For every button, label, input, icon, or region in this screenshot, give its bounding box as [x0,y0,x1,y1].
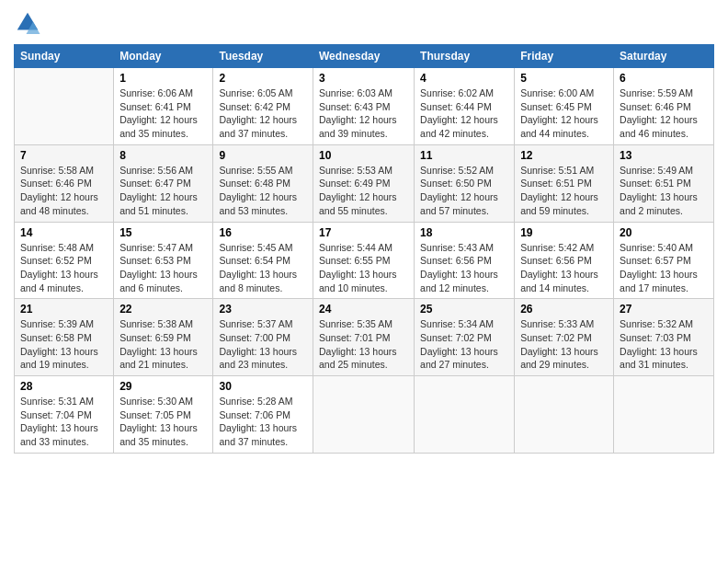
calendar-cell: 25Sunrise: 5:34 AMSunset: 7:02 PMDayligh… [415,299,515,376]
daylight-text-line1: Daylight: 13 hours [620,346,698,357]
sunrise-text: Sunrise: 5:52 AM [420,165,494,176]
day-number: 10 [319,149,408,162]
day-info: Sunrise: 5:33 AMSunset: 7:02 PMDaylight:… [520,317,608,372]
day-info: Sunrise: 5:47 AMSunset: 6:53 PMDaylight:… [119,241,207,295]
day-number: 17 [319,226,408,239]
day-number: 19 [520,226,608,239]
daylight-text-line1: Daylight: 13 hours [119,346,198,357]
calendar-cell: 15Sunrise: 5:47 AMSunset: 6:53 PMDayligh… [114,222,213,299]
day-number: 23 [219,303,307,316]
sunrise-text: Sunrise: 6:06 AM [119,87,193,98]
calendar-cell: 26Sunrise: 5:33 AMSunset: 7:02 PMDayligh… [515,299,614,376]
calendar-cell: 10Sunrise: 5:53 AMSunset: 6:49 PMDayligh… [313,144,414,222]
daylight-text-line1: Daylight: 12 hours [620,114,698,125]
daylight-text-line1: Daylight: 12 hours [420,114,498,125]
sunset-text: Sunset: 7:05 PM [119,409,191,420]
calendar-cell: 1Sunrise: 6:06 AMSunset: 6:41 PMDaylight… [114,68,213,145]
sunrise-text: Sunrise: 5:59 AM [620,87,693,98]
sunset-text: Sunset: 6:52 PM [20,255,92,266]
sunset-text: Sunset: 6:55 PM [319,255,391,266]
calendar-cell: 3Sunrise: 6:03 AMSunset: 6:43 PMDaylight… [313,68,414,145]
weekday-header: Thursday [415,45,515,68]
daylight-text-line2: and 55 minutes. [319,205,388,216]
sunrise-text: Sunrise: 6:00 AM [520,87,594,98]
daylight-text-line1: Daylight: 13 hours [620,269,698,280]
day-info: Sunrise: 6:05 AMSunset: 6:42 PMDaylight:… [219,86,307,141]
weekday-header: Wednesday [313,45,414,68]
calendar-cell: 13Sunrise: 5:49 AMSunset: 6:51 PMDayligh… [614,144,714,222]
day-number: 12 [520,149,608,162]
day-info: Sunrise: 5:35 AMSunset: 7:01 PMDaylight:… [319,317,408,372]
weekday-header: Tuesday [213,45,313,68]
daylight-text-line1: Daylight: 13 hours [119,269,198,280]
day-info: Sunrise: 5:51 AMSunset: 6:51 PMDaylight:… [520,164,608,218]
calendar-cell: 4Sunrise: 6:02 AMSunset: 6:44 PMDaylight… [415,68,515,145]
daylight-text-line1: Daylight: 13 hours [420,269,498,280]
daylight-text-line1: Daylight: 13 hours [319,346,397,357]
calendar-cell: 22Sunrise: 5:38 AMSunset: 6:59 PMDayligh… [114,299,213,376]
weekday-header: Saturday [614,45,714,68]
calendar-header-row: SundayMondayTuesdayWednesdayThursdayFrid… [15,45,714,68]
daylight-text-line2: and 19 minutes. [20,359,89,370]
day-info: Sunrise: 5:58 AMSunset: 6:46 PMDaylight:… [20,164,108,218]
sunset-text: Sunset: 6:44 PM [420,101,492,112]
daylight-text-line2: and 44 minutes. [520,128,589,139]
weekday-header: Friday [515,45,614,68]
sunset-text: Sunset: 7:00 PM [219,332,290,343]
daylight-text-line2: and 35 minutes. [119,128,188,139]
sunset-text: Sunset: 6:59 PM [119,332,191,343]
day-number: 5 [520,72,608,85]
daylight-text-line2: and 14 minutes. [520,282,589,293]
day-number: 15 [119,226,207,239]
header [14,9,714,37]
sunset-text: Sunset: 6:56 PM [520,255,592,266]
sunrise-text: Sunrise: 5:32 AM [620,318,693,329]
day-info: Sunrise: 5:30 AMSunset: 7:05 PMDaylight:… [119,395,207,449]
daylight-text-line2: and 4 minutes. [20,282,84,293]
daylight-text-line2: and 46 minutes. [620,128,688,139]
sunset-text: Sunset: 6:58 PM [20,332,92,343]
calendar-cell: 2Sunrise: 6:05 AMSunset: 6:42 PMDaylight… [213,68,313,145]
logo [14,9,45,37]
day-number: 28 [20,380,108,393]
daylight-text-line1: Daylight: 12 hours [319,114,397,125]
daylight-text-line2: and 37 minutes. [219,128,288,139]
daylight-text-line2: and 35 minutes. [119,436,188,447]
calendar-cell: 28Sunrise: 5:31 AMSunset: 7:04 PMDayligh… [15,376,114,454]
calendar-cell: 21Sunrise: 5:39 AMSunset: 6:58 PMDayligh… [15,299,114,376]
daylight-text-line2: and 6 minutes. [119,282,183,293]
daylight-text-line1: Daylight: 13 hours [520,269,598,280]
calendar-cell [614,376,714,454]
daylight-text-line2: and 23 minutes. [219,359,288,370]
day-number: 3 [319,72,408,85]
daylight-text-line2: and 25 minutes. [319,359,388,370]
day-info: Sunrise: 5:45 AMSunset: 6:54 PMDaylight:… [219,241,307,295]
day-info: Sunrise: 6:02 AMSunset: 6:44 PMDaylight:… [420,86,508,141]
calendar-week-row: 14Sunrise: 5:48 AMSunset: 6:52 PMDayligh… [15,222,714,299]
daylight-text-line1: Daylight: 13 hours [20,346,98,357]
sunrise-text: Sunrise: 5:55 AM [219,165,292,176]
daylight-text-line1: Daylight: 13 hours [219,346,297,357]
day-info: Sunrise: 5:39 AMSunset: 6:58 PMDaylight:… [20,317,108,372]
sunset-text: Sunset: 6:41 PM [119,101,191,112]
sunrise-text: Sunrise: 5:38 AM [119,318,193,329]
sunrise-text: Sunrise: 5:33 AM [520,318,594,329]
calendar-week-row: 28Sunrise: 5:31 AMSunset: 7:04 PMDayligh… [15,376,714,454]
day-number: 1 [119,72,207,85]
calendar-cell: 18Sunrise: 5:43 AMSunset: 6:56 PMDayligh… [415,222,515,299]
daylight-text-line1: Daylight: 13 hours [219,269,297,280]
day-number: 14 [20,226,108,239]
day-number: 7 [20,149,108,162]
day-number: 18 [420,226,508,239]
sunset-text: Sunset: 6:56 PM [420,255,492,266]
daylight-text-line2: and 39 minutes. [319,128,388,139]
sunrise-text: Sunrise: 5:44 AM [319,242,392,253]
daylight-text-line1: Daylight: 13 hours [20,422,98,433]
day-number: 9 [219,149,307,162]
sunrise-text: Sunrise: 5:56 AM [119,165,193,176]
calendar-cell: 19Sunrise: 5:42 AMSunset: 6:56 PMDayligh… [515,222,614,299]
sunset-text: Sunset: 6:46 PM [620,101,691,112]
day-number: 29 [119,380,207,393]
daylight-text-line2: and 17 minutes. [620,282,688,293]
daylight-text-line1: Daylight: 12 hours [520,191,598,202]
